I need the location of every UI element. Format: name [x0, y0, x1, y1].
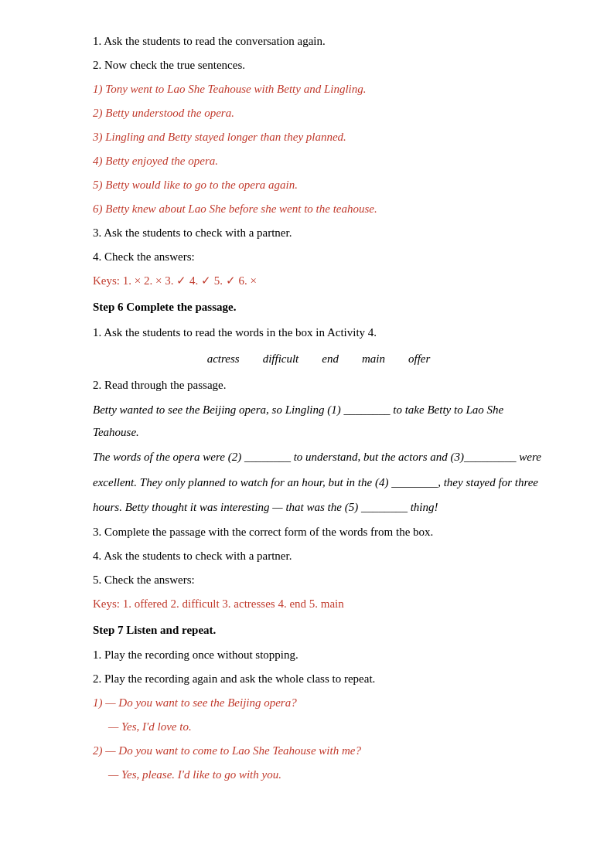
sentence-4: 4) Betty enjoyed the opera. [93, 151, 544, 172]
dialog-2-question: 2) — Do you want to come to Lao She Teah… [93, 740, 544, 761]
instruction-9: 5. Check the answers: [93, 570, 544, 591]
word-main: main [362, 349, 385, 369]
page-content: 1. Ask the students to read the conversa… [93, 31, 544, 785]
keys-2: Keys: 1. offered 2. difficult 3. actress… [93, 594, 544, 614]
instruction-7: 3. Complete the passage with the correct… [93, 522, 544, 543]
word-offer: offer [408, 349, 430, 369]
instruction-11: 2. Play the recording again and ask the … [93, 669, 544, 689]
sentence-3: 3) Lingling and Betty stayed longer than… [93, 127, 544, 148]
dialog-2-answer: — Yes, please. I'd like to go with you. [108, 764, 544, 785]
instruction-6: 2. Read through the passage. [93, 375, 544, 396]
word-actress: actress [207, 349, 240, 369]
step-7-heading: Step 7 Listen and repeat. [93, 621, 544, 641]
sentence-2: 2) Betty understood the opera. [93, 103, 544, 124]
instruction-1: 1. Ask the students to read the conversa… [93, 31, 544, 52]
instruction-10: 1. Play the recording once without stopp… [93, 645, 544, 665]
instruction-3: 3. Ask the students to check with a part… [93, 223, 544, 243]
instruction-4: 4. Check the answers: [93, 247, 544, 267]
sentence-6: 6) Betty knew about Lao She before she w… [93, 199, 544, 220]
sentence-5: 5) Betty would like to go to the opera a… [93, 175, 544, 196]
word-end: end [322, 349, 339, 369]
instruction-8: 4. Ask the students to check with a part… [93, 546, 544, 567]
dialog-1-answer: — Yes, I'd love to. [108, 717, 544, 737]
passage-line-1: Betty wanted to see the Beijing opera, s… [93, 399, 544, 443]
passage-line-4: hours. Betty thought it was interesting … [93, 496, 544, 519]
passage-line-2: The words of the opera were (2) ________… [93, 446, 544, 468]
instruction-5: 1. Ask the students to read the words in… [93, 322, 544, 343]
sentence-1: 1) Tony went to Lao She Teahouse with Be… [93, 79, 544, 100]
word-difficult: difficult [263, 349, 299, 369]
instruction-2: 2. Now check the true sentences. [93, 55, 544, 76]
keys-1: Keys: 1. × 2. × 3. ✓ 4. ✓ 5. ✓ 6. × [93, 271, 544, 291]
dialog-1-question: 1) — Do you want to see the Beijing oper… [93, 693, 544, 713]
step-6-heading: Step 6 Complete the passage. [93, 298, 544, 318]
word-box: actress difficult end main offer [93, 349, 544, 369]
passage-line-3: excellent. They only planned to watch fo… [93, 471, 544, 494]
